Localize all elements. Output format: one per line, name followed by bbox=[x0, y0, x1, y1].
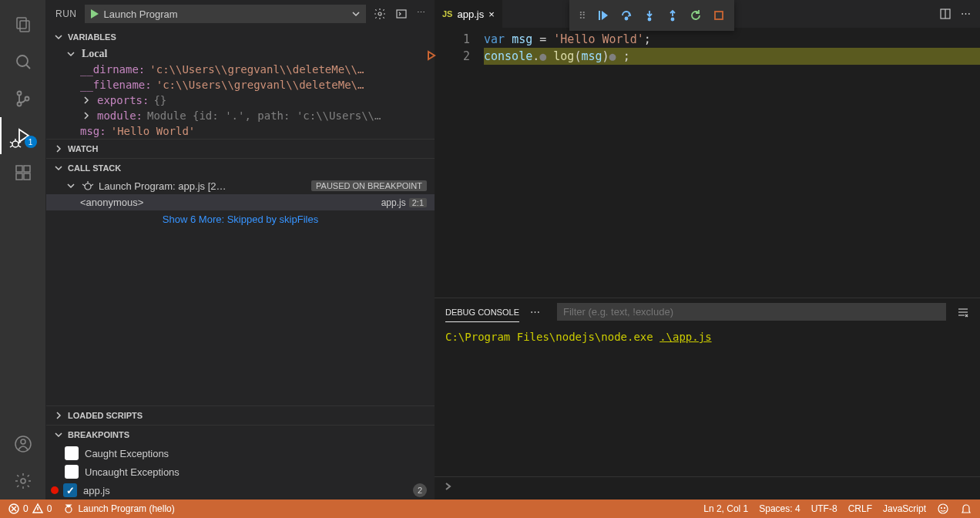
callstack-show-more[interactable]: Show 6 More: Skipped by skipFiles bbox=[46, 210, 435, 228]
source-control-icon[interactable] bbox=[5, 80, 42, 117]
svg-marker-21 bbox=[91, 9, 99, 18]
accounts-icon[interactable] bbox=[5, 426, 42, 462]
svg-marker-38 bbox=[428, 52, 435, 59]
checkbox[interactable] bbox=[65, 465, 79, 479]
step-into-button[interactable] bbox=[643, 9, 656, 22]
clear-console-icon[interactable] bbox=[957, 306, 969, 318]
section-loaded-scripts[interactable]: LOADED SCRIPTS bbox=[46, 405, 435, 425]
sidebar-header: RUN Launch Program ⋯ bbox=[46, 0, 435, 28]
checkbox[interactable]: ✓ bbox=[63, 483, 77, 497]
restart-button[interactable] bbox=[690, 9, 702, 22]
gutter: 1 2 bbox=[435, 31, 484, 298]
svg-line-3 bbox=[26, 65, 30, 69]
callstack-program[interactable]: Launch Program: app.js [2… PAUSED ON BRE… bbox=[46, 177, 435, 194]
svg-rect-16 bbox=[24, 173, 30, 180]
step-over-button[interactable] bbox=[620, 9, 633, 22]
step-out-button[interactable] bbox=[666, 9, 679, 22]
search-icon[interactable] bbox=[5, 43, 42, 80]
sb-errors[interactable]: 0 0 bbox=[8, 503, 52, 515]
notifications-icon[interactable] bbox=[960, 503, 972, 515]
js-file-icon: JS bbox=[442, 9, 452, 18]
svg-point-8 bbox=[12, 141, 18, 147]
section-callstack[interactable]: CALL STACK bbox=[46, 158, 435, 177]
svg-line-12 bbox=[10, 146, 12, 147]
svg-line-26 bbox=[82, 184, 85, 186]
run-title: RUN bbox=[55, 8, 77, 19]
debug-badge: 1 bbox=[25, 136, 37, 148]
var-filename[interactable]: __filename: 'c:\\Users\\gregvanl\\delete… bbox=[46, 77, 435, 92]
var-msg[interactable]: msg: 'Hello World' bbox=[46, 123, 435, 139]
stop-button[interactable] bbox=[713, 9, 725, 22]
chevron-down-icon[interactable] bbox=[350, 8, 362, 20]
sb-launch[interactable]: Launch Program (hello) bbox=[62, 503, 174, 515]
bp-uncaught-exceptions[interactable]: Uncaught Exceptions bbox=[46, 462, 435, 481]
feedback-icon[interactable] bbox=[937, 503, 949, 515]
status-bar: 0 0 Launch Program (hello) Ln 2, Col 1 S… bbox=[0, 500, 980, 518]
checkbox[interactable] bbox=[65, 446, 79, 460]
launch-config-select[interactable]: Launch Program bbox=[85, 5, 367, 23]
code-line[interactable]: console.● log(msg)● ; bbox=[484, 48, 980, 65]
tab-debug-console[interactable]: DEBUG CONSOLE bbox=[445, 301, 519, 322]
grip-icon[interactable]: ⠿ bbox=[579, 10, 586, 22]
run-sidebar: RUN Launch Program ⋯ VARIABLES Local __d… bbox=[46, 0, 435, 500]
svg-line-10 bbox=[10, 142, 12, 143]
svg-point-2 bbox=[17, 56, 28, 66]
scope-local[interactable]: Local bbox=[46, 46, 435, 62]
debug-console-panel: DEBUG CONSOLE ⋯ C:\Program Files\nodejs\… bbox=[435, 298, 980, 500]
bp-caught-exceptions[interactable]: Caught Exceptions bbox=[46, 444, 435, 462]
line-number: 1 bbox=[435, 31, 470, 48]
var-dirname[interactable]: __dirname: 'c:\\Users\\gregvanl\\deleteM… bbox=[46, 62, 435, 77]
line-number: 2 bbox=[435, 48, 470, 65]
sb-encoding[interactable]: UTF-8 bbox=[811, 503, 837, 514]
sb-lang[interactable]: JavaScript bbox=[883, 503, 926, 514]
section-watch[interactable]: WATCH bbox=[46, 139, 435, 158]
bug-icon bbox=[62, 503, 75, 515]
continue-button[interactable] bbox=[597, 9, 609, 22]
panel-tabs: DEBUG CONSOLE ⋯ bbox=[435, 298, 980, 326]
console-input[interactable] bbox=[435, 476, 980, 500]
svg-rect-0 bbox=[17, 18, 26, 29]
svg-line-11 bbox=[18, 142, 21, 143]
callstack-frame[interactable]: <anonymous> app.js 2:1 bbox=[46, 194, 435, 210]
svg-marker-29 bbox=[602, 11, 608, 20]
var-module[interactable]: module: Module {id: '.', path: 'c:\\User… bbox=[46, 108, 435, 123]
svg-rect-15 bbox=[16, 173, 22, 180]
code-line[interactable]: var msg = 'Hello World'; bbox=[484, 31, 980, 48]
split-editor-icon[interactable] bbox=[939, 8, 951, 20]
svg-point-32 bbox=[649, 18, 651, 21]
tab-bar: JS app.js × ⠿ ⋯ bbox=[435, 0, 980, 28]
console-link[interactable]: .\app.js bbox=[659, 331, 711, 343]
svg-point-4 bbox=[17, 92, 21, 96]
extensions-icon[interactable] bbox=[5, 154, 42, 191]
more-icon[interactable]: ⋯ bbox=[961, 8, 971, 20]
var-exports[interactable]: exports: {} bbox=[46, 92, 435, 108]
sb-spaces[interactable]: Spaces: 4 bbox=[759, 503, 800, 514]
filter-input[interactable] bbox=[557, 303, 946, 321]
settings-gear-icon[interactable] bbox=[5, 462, 42, 500]
run-debug-icon[interactable]: 1 bbox=[5, 117, 42, 154]
sb-ln-col[interactable]: Ln 2, Col 1 bbox=[703, 503, 748, 514]
debug-toolbar[interactable]: ⠿ bbox=[569, 0, 734, 31]
console-output: C:\Program Files\nodejs\node.exe .\app.j… bbox=[435, 326, 980, 476]
explorer-icon[interactable] bbox=[5, 6, 42, 43]
more-icon[interactable]: ⋯ bbox=[417, 8, 425, 20]
tab-appjs[interactable]: JS app.js × bbox=[435, 0, 503, 28]
more-icon[interactable]: ⋯ bbox=[530, 306, 540, 318]
bp-file[interactable]: ✓ app.js 2 bbox=[46, 481, 435, 500]
section-breakpoints[interactable]: BREAKPOINTS bbox=[46, 425, 435, 444]
launch-config-label: Launch Program bbox=[104, 8, 351, 20]
start-debug-icon[interactable] bbox=[89, 8, 101, 20]
breakpoint-dot-icon bbox=[51, 486, 59, 494]
code[interactable]: var msg = 'Hello World'; console.● log(m… bbox=[484, 31, 980, 298]
sb-eol[interactable]: CRLF bbox=[848, 503, 872, 514]
section-variables[interactable]: VARIABLES bbox=[46, 28, 435, 46]
svg-line-13 bbox=[18, 146, 21, 147]
svg-point-53 bbox=[945, 508, 945, 509]
debug-console-icon[interactable] bbox=[395, 8, 408, 20]
editor-body[interactable]: 1 2 var msg = 'Hello World'; console.● l… bbox=[435, 28, 980, 298]
gear-icon[interactable] bbox=[374, 8, 386, 20]
svg-rect-35 bbox=[715, 12, 723, 19]
console-filter[interactable] bbox=[557, 303, 946, 321]
svg-rect-14 bbox=[16, 166, 22, 172]
close-icon[interactable]: × bbox=[488, 8, 495, 20]
